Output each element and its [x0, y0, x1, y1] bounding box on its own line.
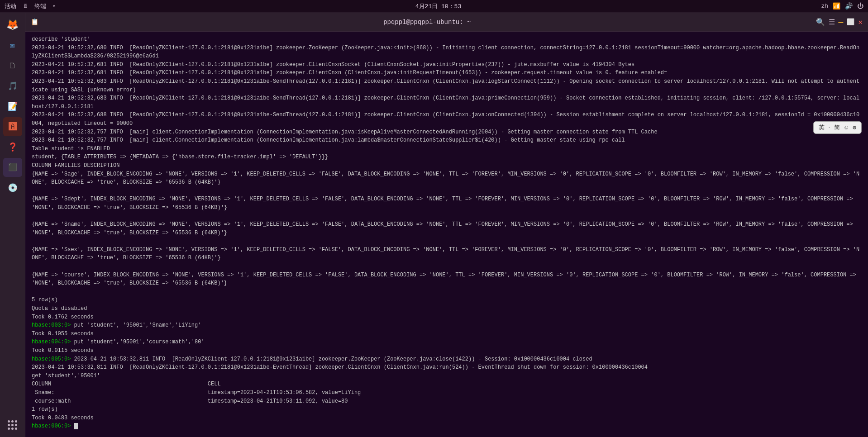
log-line-2: 2023-04-21 10:52:32,681 INFO [ReadOnlyZK…	[32, 62, 634, 68]
activities-button[interactable]: 活动	[5, 2, 16, 10]
sidebar-item-music[interactable]: 🎵	[3, 76, 22, 95]
os-topbar: 活动 🖥 终端 ▾ 4月21日 10：53 zh 📶 🔊 ⏻	[0, 0, 868, 13]
language-indicator[interactable]: zh	[821, 3, 828, 10]
maximize-button[interactable]: ⬜	[847, 18, 854, 26]
current-prompt: hbase:006:0>	[32, 423, 78, 429]
volume-icon[interactable]: 🔊	[845, 2, 853, 10]
ime-settings-icon[interactable]: ⚙	[851, 124, 858, 132]
sidebar-item-files[interactable]: 🗋	[3, 56, 22, 75]
col-family-sname: {NAME => 'Sname', INDEX_BLOCK_ENCODING =…	[32, 221, 856, 236]
col-family-sage: {NAME => 'Sage', INDEX_BLOCK_ENCODING =>…	[32, 171, 859, 186]
sidebar-apps-button[interactable]	[3, 415, 22, 434]
col-families-header: COLUMN FAMILIES DESCRIPTION	[32, 162, 119, 169]
table-attrs: student, {TABLE_ATTRIBUTES => {METADATA …	[32, 154, 328, 160]
ime-emoji[interactable]: ☺	[843, 124, 849, 132]
terminal-menu-label[interactable]: 终端	[34, 2, 46, 10]
terminal-window: 📋 ppqppl@ppqppl-ubuntu: ~ 🔍 ☰ — ⬜ ✕ desc…	[25, 13, 868, 437]
titlebar-right[interactable]: 🔍 ☰ — ⬜ ✕	[816, 18, 863, 27]
ime-english[interactable]: 英	[817, 123, 826, 132]
terminal-title: ppqppl@ppqppl-ubuntu: ~	[383, 19, 471, 26]
log-line-6: 2023-04-21 10:52:32,688 INFO [ReadOnlyZK…	[32, 112, 859, 127]
ime-toolbar: 英 · 简 ☺ ⚙	[813, 121, 862, 134]
took-4: Took 0.0483 seconds	[32, 415, 94, 421]
terminal-titlebar: 📋 ppqppl@ppqppl-ubuntu: ~ 🔍 ☰ — ⬜ ✕	[25, 13, 868, 32]
sidebar-item-firefox[interactable]: 🦊	[3, 15, 22, 34]
result-count: 1 row(s)	[32, 406, 58, 413]
sidebar-item-terminal[interactable]: ⬛	[3, 158, 22, 177]
titlebar-left: 📋	[31, 18, 38, 26]
terminal-tab-icon: 📋	[31, 18, 38, 26]
sidebar-item-notes[interactable]: 📝	[3, 97, 22, 116]
took-1: Took 0.1762 seconds	[32, 314, 94, 320]
cmd-get: get 'student','95001'	[32, 373, 100, 379]
sidebar: 🦊 ✉ 🗋 🎵 📝 🅰 ❓ ⬛ 💿	[0, 13, 25, 437]
close-button[interactable]: ✕	[858, 18, 863, 27]
ime-chinese[interactable]: 简	[833, 123, 841, 132]
log-line-7: 2023-04-21 10:52:32,757 INFO [main] clie…	[32, 129, 658, 135]
sidebar-item-email[interactable]: ✉	[3, 36, 22, 55]
log-line-3: 2023-04-21 10:52:32,681 INFO [ReadOnlyZK…	[32, 70, 667, 76]
apps-grid-icon	[8, 420, 17, 430]
os-topbar-right: zh 📶 🔊 ⏻	[821, 2, 863, 10]
power-icon[interactable]: ⏻	[857, 3, 863, 10]
result-header: COLUMN CELL	[32, 381, 221, 387]
log-zk-close-2: 2023-04-21 10:53:32,811 INFO [ReadOnlyZK…	[32, 364, 648, 370]
sidebar-item-software[interactable]: 🅰	[3, 117, 22, 136]
result-row-1: Sname: timestamp=2023-04-21T10:53:06.582…	[32, 390, 361, 396]
main-layout: 🦊 ✉ 🗋 🎵 📝 🅰 ❓ ⬛ 💿	[0, 13, 868, 437]
log-line-4: 2023-04-21 10:52:32,683 INFO [ReadOnlyZK…	[32, 78, 859, 93]
cmd-put-2: hbase:004:0> put 'student','95001','cour…	[32, 339, 205, 345]
table-enabled: Table student is ENABLED	[32, 146, 110, 152]
os-topbar-center: 4月21日 10：53	[415, 2, 461, 10]
took-2: Took 0.1055 seconds	[32, 331, 94, 337]
log-line-8: 2023-04-21 10:52:32,757 INFO [main] clie…	[32, 137, 625, 143]
cmd-put-1: hbase:003:0> put 'student', '95001','Sna…	[32, 322, 201, 328]
quota-disabled: Quota is disabled	[32, 305, 87, 312]
terminal-content[interactable]: describe 'student' 2023-04-21 10:52:32,6…	[25, 32, 868, 437]
ime-dot: ·	[828, 124, 831, 131]
sidebar-item-dvd[interactable]: 💿	[3, 178, 22, 197]
result-row-2: course:math timestamp=2023-04-21T10:53:1…	[32, 398, 348, 404]
log-line-1: 2023-04-21 10:52:32,680 INFO [ReadOnlyZK…	[32, 45, 859, 60]
rows-count: 5 row(s)	[32, 297, 58, 303]
network-icon[interactable]: 📶	[833, 2, 840, 10]
sidebar-item-help[interactable]: ❓	[3, 138, 22, 157]
menu-icon[interactable]: ☰	[829, 18, 835, 27]
search-icon[interactable]: 🔍	[816, 18, 825, 27]
log-line-5: 2023-04-21 10:52:32,683 INFO [ReadOnlyZK…	[32, 95, 859, 110]
minimize-button[interactable]: —	[839, 18, 844, 26]
log-zk-close-1: hbase:005:0> 2023-04-21 10:53:32,811 INF…	[32, 356, 592, 362]
took-3: Took 0.0115 seconds	[32, 347, 94, 354]
col-family-ssex: {NAME => 'Ssex', INDEX_BLOCK_ENCODING =>…	[32, 247, 859, 261]
os-topbar-left: 活动 🖥 终端 ▾	[5, 2, 56, 10]
terminal-output: describe 'student' 2023-04-21 10:52:32,6…	[32, 35, 862, 431]
col-family-sdept: {NAME => 'Sdept', INDEX_BLOCK_ENCODING =…	[32, 196, 856, 211]
cmd-describe: describe 'student'	[32, 36, 91, 43]
terminal-menu-icon: 🖥	[23, 3, 28, 10]
dropdown-icon[interactable]: ▾	[52, 3, 56, 9]
col-family-course: {NAME => 'course', INDEX_BLOCK_ENCODING …	[32, 272, 859, 287]
